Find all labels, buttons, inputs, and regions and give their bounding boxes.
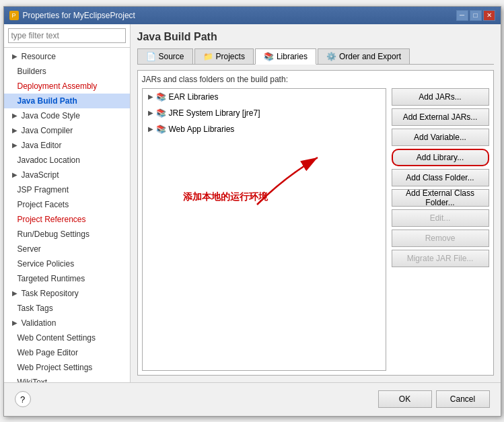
tab-order-export[interactable]: ⚙️ Order and Export [318, 48, 410, 64]
sidebar-item-label: Javadoc Location [17, 154, 80, 166]
expand-icon: ▶ [148, 90, 153, 104]
help-button[interactable]: ? [15, 391, 31, 407]
annotation-text: 添加本地的运行环境 [183, 191, 268, 203]
sidebar-item-label: Resource [22, 50, 56, 63]
lib-item-jre[interactable]: ▶ 📚 JRE System Library [jre7] [143, 105, 386, 121]
remove-button[interactable]: Remove [392, 230, 489, 247]
panel-title: Java Build Path [137, 31, 494, 43]
button-panel: Add JARs... Add External JARs... Add Var… [392, 88, 489, 371]
filter-input[interactable] [8, 28, 126, 43]
libraries-content: JARs and class folders on the build path… [137, 70, 494, 376]
sidebar-item-project-facets[interactable]: Project Facets [4, 197, 130, 212]
sidebar-item-java-build-path[interactable]: Java Build Path [4, 94, 130, 108]
sidebar-item-label: Java Compiler [22, 125, 73, 137]
add-external-jars-button[interactable]: Add External JARs... [392, 108, 489, 126]
sidebar-item-service-policies[interactable]: Service Policies [4, 256, 130, 271]
sidebar: ▶ Resource Builders Deployment Assembly … [4, 24, 131, 382]
sidebar-item-run-debug[interactable]: Run/Debug Settings [4, 227, 130, 242]
sidebar-item-label: Task Repository [22, 287, 79, 300]
library-tree: ▶ 📚 EAR Libraries ▶ 📚 JRE System Library… [142, 88, 386, 371]
sidebar-item-jsp-fragment[interactable]: JSP Fragment [4, 182, 130, 197]
sidebar-item-wikitext[interactable]: WikiText [4, 375, 130, 382]
sidebar-item-resource[interactable]: ▶ Resource [4, 49, 130, 64]
sidebar-item-targeted-runtimes[interactable]: Targeted Runtimes [4, 271, 130, 286]
sidebar-item-label: JavaScript [22, 169, 59, 181]
add-external-class-folder-button[interactable]: Add External Class Folder... [392, 189, 489, 207]
close-button[interactable]: ✕ [483, 10, 495, 21]
lib-item-ear[interactable]: ▶ 📚 EAR Libraries [143, 89, 386, 105]
ok-button[interactable]: OK [378, 390, 432, 408]
sidebar-item-server[interactable]: Server [4, 242, 130, 256]
titlebar: P Properties for MyEclipseProject ─ □ ✕ [4, 7, 501, 24]
titlebar-controls: ─ □ ✕ [456, 10, 495, 21]
expand-icon: ▶ [12, 50, 19, 63]
footer-buttons: OK Cancel [378, 390, 490, 408]
sidebar-item-label: Targeted Runtimes [17, 273, 85, 285]
sidebar-tree: ▶ Resource Builders Deployment Assembly … [4, 48, 130, 382]
source-tab-icon: 📄 [146, 52, 156, 61]
migrate-jar-button[interactable]: Migrate JAR File... [392, 250, 489, 267]
dialog-icon: P [9, 11, 19, 20]
sidebar-item-task-repository[interactable]: ▶ Task Repository [4, 286, 130, 301]
sidebar-item-project-references[interactable]: Project References [4, 212, 130, 227]
sidebar-item-label: Project References [17, 213, 86, 225]
sidebar-item-validation[interactable]: ▶ Validation [4, 316, 130, 330]
help-icon: ? [20, 394, 25, 405]
filter-box [4, 24, 130, 48]
lib-item-webapp[interactable]: ▶ 📚 Web App Libraries [143, 121, 386, 137]
sidebar-item-label: Run/Debug Settings [17, 228, 89, 240]
sidebar-item-java-editor[interactable]: ▶ Java Editor [4, 138, 130, 153]
dialog-footer: ? OK Cancel [4, 382, 501, 416]
minimize-button[interactable]: ─ [456, 10, 468, 21]
expand-icon: ▶ [12, 287, 19, 300]
sidebar-item-label: Java Editor [22, 139, 62, 151]
maximize-button[interactable]: □ [470, 10, 482, 21]
sidebar-item-builders[interactable]: Builders [4, 64, 130, 79]
sidebar-item-javadoc-location[interactable]: Javadoc Location [4, 153, 130, 168]
sidebar-item-javascript[interactable]: ▶ JavaScript [4, 168, 130, 182]
tab-projects[interactable]: 📁 Projects [194, 48, 254, 64]
sidebar-item-label: Java Build Path [17, 95, 77, 107]
sidebar-item-deployment-assembly[interactable]: Deployment Assembly [4, 79, 130, 94]
expand-icon: ▶ [12, 317, 19, 329]
add-library-button[interactable]: Add Library... [392, 149, 489, 166]
sidebar-item-label: Web Content Settings [17, 332, 96, 344]
add-jars-button[interactable]: Add JARs... [392, 88, 489, 106]
edit-button[interactable]: Edit... [392, 209, 489, 227]
sidebar-item-web-content-settings[interactable]: Web Content Settings [4, 330, 130, 345]
lib-icon: 📚 [156, 106, 166, 120]
split-pane: ▶ 📚 EAR Libraries ▶ 📚 JRE System Library… [142, 88, 489, 371]
sidebar-item-label: Task Tags [17, 302, 53, 314]
libraries-tab-icon: 📚 [264, 52, 274, 61]
lib-item-label: EAR Libraries [169, 90, 219, 104]
dialog-title: Properties for MyEclipseProject [23, 11, 135, 20]
tabs-bar: 📄 Source 📁 Projects 📚 Libraries ⚙️ Order… [137, 48, 494, 65]
sidebar-item-label: Server [17, 243, 41, 255]
add-class-folder-button[interactable]: Add Class Folder... [392, 169, 489, 186]
add-variable-button[interactable]: Add Variable... [392, 129, 489, 146]
projects-tab-icon: 📁 [203, 52, 213, 61]
sidebar-item-java-code-style[interactable]: ▶ Java Code Style [4, 108, 130, 123]
sidebar-item-web-project-settings[interactable]: Web Project Settings [4, 360, 130, 375]
sidebar-item-label: Service Policies [17, 258, 75, 270]
sidebar-item-label: JSP Fragment [17, 184, 69, 196]
sidebar-item-task-tags[interactable]: Task Tags [4, 301, 130, 316]
expand-icon: ▶ [12, 139, 19, 151]
sidebar-item-label: Web Project Settings [17, 361, 93, 374]
sidebar-item-label: Validation [22, 317, 57, 329]
tab-projects-label: Projects [216, 52, 245, 61]
sidebar-item-label: Java Code Style [22, 110, 80, 122]
lib-item-label: JRE System Library [jre7] [169, 106, 260, 120]
sidebar-item-label: WikiText [17, 376, 48, 382]
tab-libraries[interactable]: 📚 Libraries [255, 48, 316, 65]
sidebar-item-web-page-editor[interactable]: Web Page Editor [4, 345, 130, 360]
sidebar-item-label: Builders [17, 65, 46, 77]
sidebar-item-label: Web Page Editor [17, 347, 79, 359]
expand-icon: ▶ [148, 122, 153, 136]
expand-icon: ▶ [12, 110, 19, 122]
cancel-button[interactable]: Cancel [436, 390, 490, 408]
tab-source[interactable]: 📄 Source [137, 48, 193, 64]
order-export-tab-icon: ⚙️ [326, 52, 336, 61]
sidebar-item-java-compiler[interactable]: ▶ Java Compiler [4, 123, 130, 138]
arrow-annotation [250, 151, 331, 211]
